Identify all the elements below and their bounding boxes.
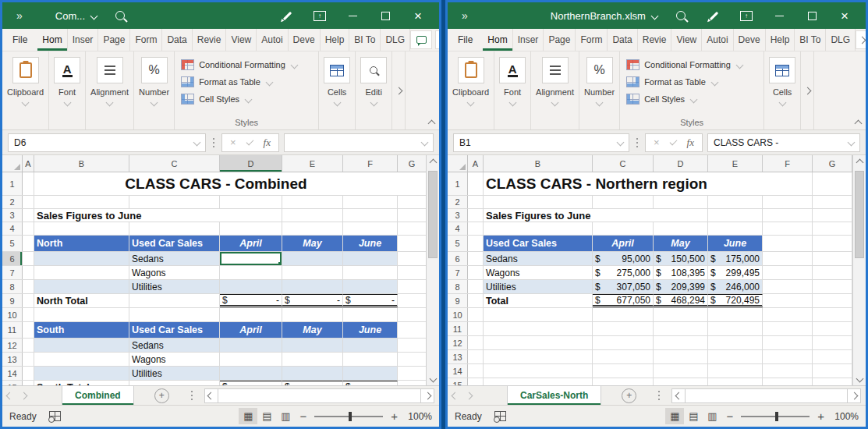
normal-view-button[interactable] [665, 408, 684, 424]
cell-E4[interactable] [282, 222, 343, 235]
close-button[interactable] [831, 6, 858, 25]
cell-C9[interactable]: $677,050 [593, 294, 654, 307]
cell-A11[interactable] [23, 322, 34, 338]
cell-C5[interactable]: Used Car Sales [129, 236, 220, 251]
enter-icon[interactable] [246, 137, 253, 145]
clipboard-button[interactable] [458, 57, 484, 83]
cell-F6[interactable] [763, 252, 813, 265]
row-header-11[interactable]: 11 [448, 322, 468, 335]
alignment-group[interactable]: Alignment [531, 51, 579, 129]
ribbon-overflow-button[interactable] [435, 30, 439, 49]
alignment-button[interactable] [542, 57, 569, 83]
cell-D12[interactable] [220, 339, 282, 352]
cell-G6[interactable] [813, 252, 852, 265]
ribbon-tab-bi-to[interactable]: BI To [795, 29, 826, 51]
cell-C12[interactable]: Sedans [129, 339, 220, 352]
cell-G11[interactable] [398, 322, 426, 338]
cell-D7[interactable] [220, 266, 282, 279]
name-box[interactable]: B1 [453, 133, 629, 152]
cell-C6[interactable]: $95,000 [593, 252, 654, 265]
alignment-button[interactable] [97, 57, 123, 83]
cell-A13[interactable] [468, 350, 484, 363]
cell-B8[interactable] [34, 280, 129, 293]
cell-A9[interactable] [468, 294, 484, 307]
cell-G4[interactable] [398, 222, 426, 235]
zoom-level[interactable]: 100% [402, 411, 432, 422]
quick-access-overflow-icon[interactable] [455, 9, 474, 22]
vertical-scroll-thumb[interactable] [428, 171, 438, 258]
column-header-E[interactable]: E [708, 155, 763, 172]
cell-A8[interactable] [468, 280, 484, 293]
ribbon-tab-revie[interactable]: Revie [193, 29, 227, 51]
row-header-6[interactable]: 6 [448, 252, 468, 265]
enter-icon[interactable] [669, 137, 677, 145]
collapse-ribbon-icon[interactable] [428, 120, 436, 128]
cell-E3[interactable] [282, 209, 343, 222]
select-all-corner[interactable] [2, 155, 23, 172]
cell-B9[interactable]: Total [484, 294, 593, 307]
cell-F9[interactable]: $- [343, 294, 398, 307]
ribbon-scroll-right[interactable] [392, 51, 406, 129]
horizontal-scroll-track[interactable] [218, 388, 420, 403]
cell-A13[interactable] [23, 353, 34, 366]
zoom-in-icon[interactable] [813, 410, 829, 423]
vertical-scrollbar[interactable] [852, 155, 866, 385]
cell-E2[interactable] [282, 196, 343, 208]
workbook-title[interactable]: Com... [55, 10, 85, 22]
row-header-11[interactable]: 11 [2, 322, 23, 338]
cell-E5[interactable]: June [708, 236, 763, 251]
next-sheet-button[interactable] [462, 386, 476, 405]
cell-D8[interactable]: $209,399 [654, 280, 708, 293]
cell-E5[interactable]: May [282, 236, 343, 251]
format-as-table-button[interactable]: Format as Table [181, 73, 312, 90]
row-header-2[interactable]: 2 [2, 196, 23, 208]
cell-A6[interactable] [23, 252, 34, 265]
search-icon[interactable] [115, 11, 125, 20]
format-as-table-button[interactable]: Format as Table [626, 73, 757, 90]
formula-bar-divider[interactable] [213, 142, 214, 144]
row-header-1[interactable]: 1 [448, 172, 468, 195]
cell-E4[interactable] [708, 222, 763, 235]
zoom-slider-thumb[interactable] [775, 412, 778, 421]
cell-B3[interactable]: Sales Figures to June [34, 209, 220, 222]
prev-sheet-button[interactable] [448, 386, 462, 405]
cell-E11[interactable] [708, 322, 763, 335]
cell-G15[interactable] [813, 378, 852, 385]
cell-A4[interactable] [23, 222, 34, 235]
cell-G7[interactable] [398, 266, 426, 279]
cell-D14[interactable] [220, 367, 282, 380]
cell-F3[interactable] [763, 209, 813, 222]
cell-F2[interactable] [343, 196, 398, 208]
cell-C2[interactable] [593, 196, 654, 208]
row-header-4[interactable]: 4 [448, 222, 468, 235]
ribbon-tab-hom[interactable]: Hom [37, 29, 67, 51]
row-header-8[interactable]: 8 [2, 280, 23, 293]
cell-C5[interactable]: April [593, 236, 654, 251]
row-header-12[interactable]: 12 [2, 339, 23, 352]
cells-button[interactable] [769, 57, 795, 83]
cell-C11[interactable]: Used Car Sales [129, 322, 220, 338]
cell-E9[interactable]: $- [282, 294, 343, 307]
cell-B11[interactable]: South [34, 322, 129, 338]
cell-B3[interactable]: Sales Figures to June [484, 209, 654, 222]
cell-A7[interactable] [468, 266, 484, 279]
cell-D3[interactable] [220, 209, 282, 222]
cell-A7[interactable] [23, 266, 34, 279]
formula-bar-divider[interactable] [636, 142, 638, 144]
clipboard-group[interactable]: Clipboard [448, 51, 494, 129]
cell-B13[interactable] [484, 350, 593, 363]
scroll-left-button[interactable] [204, 388, 218, 403]
scroll-down-button[interactable] [427, 371, 439, 385]
ribbon-tab-revie[interactable]: Revie [638, 29, 672, 51]
editing-button[interactable] [360, 57, 387, 83]
cell-B6[interactable] [34, 252, 129, 265]
row-header-12[interactable]: 12 [448, 336, 468, 349]
cell-E9[interactable]: $720,495 [708, 294, 763, 307]
ribbon-overflow-button[interactable] [856, 30, 866, 49]
cell-B2[interactable] [484, 196, 593, 208]
cell-A3[interactable] [468, 209, 484, 222]
font-button[interactable] [54, 57, 80, 83]
ribbon-tab-deve[interactable]: Deve [289, 29, 321, 51]
row-header-10[interactable]: 10 [448, 308, 468, 321]
cell-D9[interactable]: $468,294 [654, 294, 708, 307]
